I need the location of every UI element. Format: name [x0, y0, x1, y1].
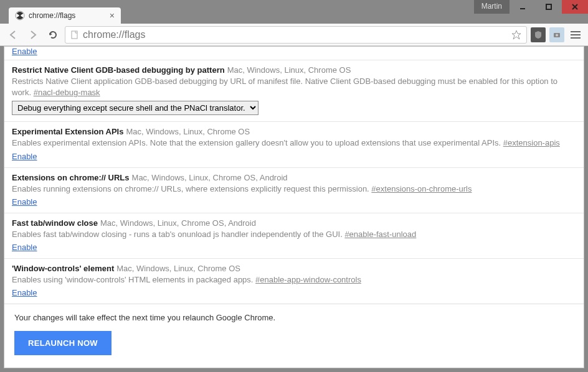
menu-button[interactable]	[568, 27, 583, 42]
flag-description: Enables using 'window-controls' HTML ele…	[12, 274, 576, 286]
ublock-extension-icon[interactable]	[531, 27, 546, 42]
arrow-left-icon	[7, 29, 19, 40]
shield-icon	[534, 30, 543, 39]
flag-anchor-link[interactable]: #enable-app-window-controls	[255, 275, 361, 284]
bookmark-star-icon[interactable]	[511, 30, 521, 40]
maximize-icon	[545, 3, 552, 11]
flag-select[interactable]: Debug everything except secure shell and…	[12, 101, 258, 115]
user-badge[interactable]: Martin	[474, 0, 510, 14]
flag-anchor-link[interactable]: #enable-fast-unload	[344, 230, 416, 239]
relaunch-footer: Your changes will take effect the next t…	[4, 304, 584, 368]
toolbar	[0, 24, 588, 46]
flag-title: Restrict Native Client GDB-based debuggi…	[12, 65, 225, 75]
flag-enable-link[interactable]: Enable	[12, 288, 37, 297]
reload-button[interactable]	[45, 27, 61, 43]
flag-description: Enables fast tab/window closing - runs a…	[12, 229, 576, 240]
flag-platforms: Mac, Windows, Linux, Chrome OS, Android	[100, 218, 256, 228]
minimize-button[interactable]	[510, 0, 536, 14]
url-input[interactable]	[83, 29, 511, 40]
maximize-button[interactable]	[536, 0, 562, 14]
radioactive-icon	[15, 11, 25, 21]
flag-anchor-link[interactable]: #extension-apis	[503, 138, 560, 147]
omnibox[interactable]	[65, 26, 527, 44]
flag-enable-link[interactable]: Enable	[12, 152, 37, 161]
forward-button[interactable]	[25, 27, 41, 43]
truncated-enable-link[interactable]: Enable	[4, 47, 584, 60]
flag-item: 'Window-controls' elementMac, Windows, L…	[4, 259, 584, 304]
reload-icon	[47, 29, 59, 40]
flag-item: Extensions on chrome:// URLsMac, Windows…	[4, 168, 584, 213]
flag-description: Enables experimental extension APIs. Not…	[12, 137, 576, 149]
close-button[interactable]	[562, 0, 588, 14]
flag-platforms: Mac, Windows, Linux, Chrome OS, Android	[132, 173, 288, 182]
extension-icon[interactable]	[549, 27, 564, 42]
relaunch-button[interactable]: RELAUNCH NOW	[14, 331, 111, 355]
camera-icon	[552, 30, 561, 39]
flag-platforms: Mac, Windows, Linux, Chrome OS	[126, 127, 250, 136]
flag-anchor-link[interactable]: #nacl-debug-mask	[34, 88, 100, 97]
flag-item: Experimental Extension APIsMac, Windows,…	[4, 122, 584, 167]
flag-description: Restricts Native Client application GDB-…	[12, 76, 576, 98]
svg-point-8	[556, 34, 558, 36]
tab-close-icon[interactable]: ×	[110, 11, 115, 21]
flag-anchor-link[interactable]: #extensions-on-chrome-urls	[371, 184, 472, 193]
flag-platforms: Mac, Windows, Linux, Chrome OS	[227, 65, 351, 75]
minimize-icon	[519, 3, 526, 11]
flag-enable-link[interactable]: Enable	[12, 197, 37, 207]
flag-title: 'Window-controls' element	[12, 264, 114, 273]
flag-item: Restrict Native Client GDB-based debuggi…	[4, 60, 584, 122]
flag-enable-link[interactable]: Enable	[12, 243, 37, 252]
flag-title: Extensions on chrome:// URLs	[12, 173, 130, 182]
svg-rect-6	[72, 31, 77, 39]
browser-tab[interactable]: chrome://flags ×	[9, 7, 121, 24]
back-button[interactable]	[5, 27, 21, 43]
svg-point-5	[19, 15, 21, 17]
flag-title: Fast tab/window close	[12, 218, 98, 228]
flag-description: Enables running extensions on chrome:// …	[12, 184, 576, 195]
tab-title: chrome://flags	[29, 11, 110, 20]
flag-title: Experimental Extension APIs	[12, 127, 123, 136]
arrow-right-icon	[27, 29, 39, 40]
flags-content[interactable]: Enable Restrict Native Client GDB-based …	[4, 47, 584, 304]
close-icon	[571, 3, 579, 11]
page-icon	[70, 30, 79, 39]
hamburger-icon	[571, 31, 581, 32]
svg-rect-1	[546, 4, 551, 9]
flag-item: Fast tab/window closeMac, Windows, Linux…	[4, 213, 584, 259]
footer-message: Your changes will take effect the next t…	[14, 313, 574, 322]
flag-platforms: Mac, Windows, Linux, Chrome OS	[116, 264, 240, 273]
